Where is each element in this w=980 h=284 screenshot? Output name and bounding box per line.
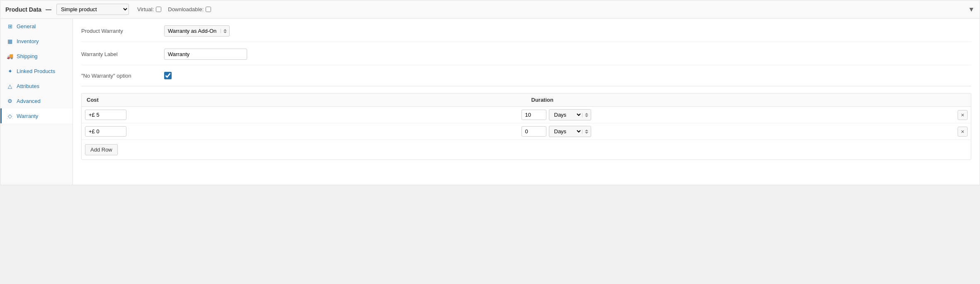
sidebar-item-warranty[interactable]: ◇ Warranty — [0, 108, 73, 123]
warranty-table: Cost Duration Days Weeks Mo — [81, 93, 971, 160]
virtual-checkbox[interactable] — [156, 7, 161, 12]
remove-row-button-1[interactable]: × — [958, 110, 968, 120]
product-data-panel: Product Data — Simple product Variable p… — [0, 0, 980, 185]
cost-header: Cost — [82, 93, 526, 106]
warranty-icon: ◇ — [7, 113, 13, 119]
cost-input-2[interactable] — [85, 126, 126, 137]
warranty-type-select-wrapper[interactable]: Warranty as Add-On Included Warranty No … — [164, 25, 230, 37]
arrow-up-icon — [223, 29, 227, 31]
warranty-type-arrow — [221, 29, 229, 33]
virtual-label-text: Virtual: — [137, 6, 154, 12]
product-data-title: Product Data — — [5, 6, 51, 13]
inventory-icon: ▦ — [7, 38, 13, 44]
days-arrow-1 — [582, 113, 591, 117]
virtual-label[interactable]: Virtual: — [137, 6, 161, 12]
sidebar-item-label-advanced: Advanced — [17, 98, 41, 104]
no-warranty-option-row: "No Warranty" option — [81, 72, 971, 86]
no-warranty-checkbox[interactable] — [164, 72, 172, 79]
arrow-down-icon — [223, 32, 227, 33]
cost-cell-1 — [85, 110, 518, 120]
advanced-icon: ⚙ — [7, 98, 13, 104]
sidebar-item-label-inventory: Inventory — [17, 38, 39, 44]
sidebar-item-label-linked-products: Linked Products — [17, 68, 55, 74]
duration-cell-1: Days Weeks Months Years — [522, 109, 955, 120]
warranty-main-content: Product Warranty Warranty as Add-On Incl… — [73, 19, 980, 185]
product-warranty-field: Warranty as Add-On Included Warranty No … — [164, 25, 971, 37]
sidebar-item-label-warranty: Warranty — [17, 113, 38, 119]
days-select-wrapper-1[interactable]: Days Weeks Months Years — [549, 109, 591, 120]
sidebar-item-label-shipping: Shipping — [17, 53, 38, 59]
product-data-header: Product Data — Simple product Variable p… — [0, 0, 980, 19]
arrow-down-icon — [585, 115, 588, 117]
arrow-up-icon — [585, 130, 588, 131]
cost-input-1[interactable] — [85, 110, 126, 120]
duration-input-2[interactable] — [522, 126, 546, 137]
header-checkboxes: Virtual: Downloadable: — [137, 6, 211, 12]
downloadable-checkbox[interactable] — [206, 7, 211, 12]
days-select-1[interactable]: Days Weeks Months Years — [549, 110, 582, 120]
add-row-button[interactable]: Add Row — [85, 144, 118, 155]
attributes-icon: △ — [7, 83, 13, 89]
sidebar-item-inventory[interactable]: ▦ Inventory — [0, 34, 73, 49]
sidebar: ⊞ General ▦ Inventory 🚚 Shipping ✦ Linke… — [0, 19, 73, 185]
linked-products-icon: ✦ — [7, 68, 13, 74]
warranty-label-field — [164, 49, 971, 60]
title-text: Product Data — [5, 6, 41, 13]
sidebar-item-linked-products[interactable]: ✦ Linked Products — [0, 64, 73, 78]
days-select-2[interactable]: Days Weeks Months Years — [549, 126, 582, 137]
no-warranty-option-label: "No Warranty" option — [81, 73, 164, 79]
duration-input-1[interactable] — [522, 110, 546, 120]
warranty-label-row: Warranty Label — [81, 49, 971, 65]
product-type-select[interactable]: Simple product Variable product Grouped … — [56, 4, 129, 15]
sidebar-item-general[interactable]: ⊞ General — [0, 19, 73, 34]
downloadable-label-text: Downloadable: — [168, 6, 204, 12]
warranty-label-label: Warranty Label — [81, 51, 164, 57]
duration-header: Duration — [526, 93, 971, 106]
warranty-label-input[interactable] — [164, 49, 247, 60]
table-row: Days Weeks Months Years × — [82, 107, 971, 123]
days-select-wrapper-2[interactable]: Days Weeks Months Years — [549, 126, 591, 137]
sidebar-item-shipping[interactable]: 🚚 Shipping — [0, 49, 73, 64]
remove-row-button-2[interactable]: × — [958, 127, 968, 137]
duration-cell-2: Days Weeks Months Years — [522, 126, 955, 137]
cost-cell-2 — [85, 126, 518, 137]
product-data-body: ⊞ General ▦ Inventory 🚚 Shipping ✦ Linke… — [0, 19, 980, 185]
sidebar-item-attributes[interactable]: △ Attributes — [0, 78, 73, 93]
product-type-select-wrapper[interactable]: Simple product Variable product Grouped … — [56, 4, 129, 15]
sidebar-item-advanced[interactable]: ⚙ Advanced — [0, 93, 73, 108]
table-header: Cost Duration — [82, 93, 971, 107]
arrow-down-icon — [585, 132, 588, 134]
product-warranty-label: Product Warranty — [81, 28, 164, 34]
title-dash: — — [46, 6, 51, 13]
days-arrow-2 — [582, 130, 591, 134]
downloadable-label[interactable]: Downloadable: — [168, 6, 211, 12]
table-row: Days Weeks Months Years × — [82, 123, 971, 140]
collapse-button[interactable]: ▼ — [968, 6, 975, 13]
general-icon: ⊞ — [7, 23, 13, 29]
arrow-up-icon — [585, 113, 588, 115]
product-warranty-row: Product Warranty Warranty as Add-On Incl… — [81, 25, 971, 42]
warranty-type-select[interactable]: Warranty as Add-On Included Warranty No … — [165, 26, 221, 36]
sidebar-item-label-general: General — [17, 23, 36, 29]
shipping-icon: 🚚 — [7, 53, 13, 59]
sidebar-item-label-attributes: Attributes — [17, 83, 39, 89]
